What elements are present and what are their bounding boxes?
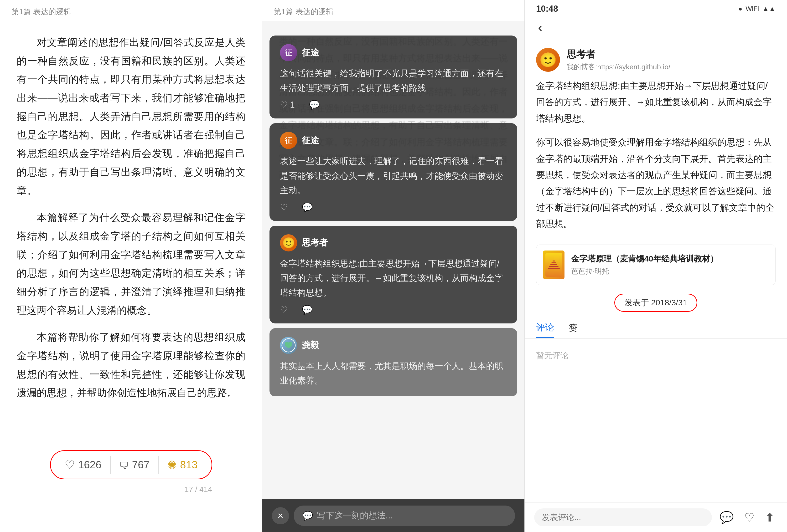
input-comment-icon: 💬: [302, 511, 313, 521]
comment-actions-2: ♡ 💬: [280, 202, 507, 213]
share-icon: [167, 458, 177, 471]
comment-text-1: 这句话很关键，给我指明了不光只是学习沟通方面，还有在生活处理琐事方面，提供了思考…: [280, 66, 507, 95]
like-action-icon[interactable]: ♡: [741, 511, 758, 524]
action-bar: 1626 767 813: [50, 450, 212, 479]
book-author-publisher: 芭芭拉·明托: [571, 266, 718, 276]
publish-date-badge: 发表于 2018/3/31: [614, 294, 698, 312]
comment-actions-1: ♡ 1 💬: [280, 100, 507, 110]
publish-date: 发表于 2018/3/31: [624, 298, 687, 307]
username-2: 征途: [302, 135, 319, 146]
comment-action-icon[interactable]: 💬: [717, 511, 737, 524]
middle-panel-header: 第1篇 表达的逻辑: [262, 0, 525, 21]
paragraph-3: 本篇将帮助你了解如何将要表达的思想组织成金字塔结构，说明了使用金字塔原理能够检查…: [17, 328, 246, 402]
avatar-2: 征: [280, 132, 297, 149]
avatar-1: 征: [280, 44, 297, 61]
no-comment: 暂无评论: [525, 339, 787, 373]
paragraph-1: 对文章阐述的思想作出疑问/回答式反应是人类的一种自然反应，没有国籍和民族的区别。…: [17, 33, 246, 200]
middle-bottom-bar: × 💬 写下这一刻的想法...: [262, 500, 525, 532]
status-time: 10:48: [536, 4, 558, 14]
battery-icon: ●: [738, 5, 742, 13]
author-blog: 我的博客:https://sykent.github.io/: [567, 62, 671, 72]
share-action-icon[interactable]: ⬆: [762, 511, 778, 524]
book-info: 金字塔原理（麦肯锡40年经典培训教材） 芭芭拉·明托: [571, 253, 718, 276]
comment-icon: [119, 458, 129, 471]
left-panel: 第1篇 表达的逻辑 对文章阐述的思想作出疑问/回答式反应是人类的一种自然反应，没…: [0, 0, 262, 532]
avatar-4: [280, 337, 297, 354]
pyramid-decoration: [546, 259, 561, 271]
back-button[interactable]: ‹: [533, 20, 547, 35]
heart-icon: [65, 458, 75, 471]
share-count: 813: [180, 459, 197, 471]
username-3: 思考者: [302, 237, 328, 249]
like-btn-3[interactable]: ♡: [280, 305, 288, 315]
panel-footer: 1626 767 813 17 / 414: [0, 450, 262, 494]
like-action[interactable]: 1626: [56, 456, 111, 474]
reply-icon-2: 💬: [302, 202, 313, 213]
author-name: 思考者: [567, 48, 671, 61]
left-panel-header: 第1篇 表达的逻辑: [0, 0, 262, 21]
wifi-icon: WiFi: [746, 5, 759, 13]
status-icons: ● WiFi ▲▲: [738, 5, 775, 13]
comment-text-2: 表述一些让大家听进去，理解了，记住的东西很难，看一看是否能够让受众心头一震，引起…: [280, 154, 507, 198]
comment-card-4: 龚毅 其实基本上人人都需要，尤其是职场的每一个人。基本的职业化素养。: [270, 328, 517, 396]
publish-date-area: 发表于 2018/3/31: [525, 290, 787, 315]
share-action[interactable]: 813: [158, 456, 206, 474]
heart-icon-3: ♡: [280, 305, 288, 315]
like-count-1: 1: [290, 100, 295, 110]
like-count: 1626: [78, 459, 102, 471]
reply-icon-3: 💬: [302, 305, 313, 315]
right-panel: 10:48 ● WiFi ▲▲ ‹ 🙂 思考者 我的博客:https://syk…: [525, 0, 787, 532]
comment-cards-container: 征 征途 这句话很关键，给我指明了不光只是学习沟通方面，还有在生活处理琐事方面，…: [262, 21, 525, 401]
signal-icon: ▲▲: [762, 5, 775, 13]
like-btn-2[interactable]: ♡: [280, 202, 288, 213]
close-button[interactable]: ×: [272, 507, 289, 524]
status-bar: 10:48 ● WiFi ▲▲: [525, 0, 787, 16]
comment-card-2: 征 征途 表述一些让大家听进去，理解了，记住的东西很难，看一看是否能够让受众心头…: [270, 123, 517, 221]
comment-input[interactable]: [534, 508, 712, 526]
reply-btn-1[interactable]: 💬: [309, 100, 320, 110]
article-text-2: 你可以很容易地使受众理解用金字塔结构组织的思想：先从金字塔的最顶端开始，沿各个分…: [536, 134, 775, 232]
book-cover: [543, 250, 565, 279]
comment-card-1: 征 征途 这句话很关键，给我指明了不光只是学习沟通方面，还有在生活处理琐事方面，…: [270, 36, 517, 118]
comment-action[interactable]: 767: [111, 456, 158, 474]
comment-header-3: 🙂 思考者: [280, 234, 507, 251]
book-title: 金字塔原理（麦肯锡40年经典培训教材）: [571, 253, 718, 265]
article-body: 金字塔结构组织思想:由主要思想开始→下层思想通过疑问/回答的方式，进行展开。→如…: [525, 78, 787, 240]
nav-bar: ‹: [525, 16, 787, 39]
close-icon: ×: [278, 510, 283, 522]
like-btn-1[interactable]: ♡ 1: [280, 100, 295, 110]
comment-header-2: 征 征途: [280, 132, 507, 149]
middle-panel: 第1篇 表达的逻辑 类的一种自然反应，没有国籍和民族的区别。人类还有一个共同的特…: [262, 0, 525, 532]
input-placeholder: 写下这一刻的想法...: [317, 510, 393, 522]
right-bottom-bar: 💬 ♡ ⬆: [525, 503, 787, 532]
comment-text-3: 金字塔结构组织思想:由主要思想开始→下层思想通过疑问/回答的方式，进行展开。→如…: [280, 256, 507, 300]
comment-header-4: 龚毅: [280, 337, 507, 354]
book-card[interactable]: 金字塔原理（麦肯锡40年经典培训教材） 芭芭拉·明托: [536, 245, 775, 285]
comment-input-area[interactable]: 💬 写下这一刻的想法...: [294, 506, 515, 526]
avatar-3: 🙂: [280, 234, 297, 251]
heart-icon-1: ♡: [280, 100, 288, 110]
reply-btn-2[interactable]: 💬: [302, 202, 313, 213]
author-info: 思考者 我的博客:https://sykent.github.io/: [567, 48, 671, 72]
comment-header-1: 征 征途: [280, 44, 507, 61]
right-content: 🙂 思考者 我的博客:https://sykent.github.io/ 金字塔…: [525, 39, 787, 503]
comment-actions-3: ♡ 💬: [280, 305, 507, 315]
comment-count: 767: [132, 459, 150, 471]
tab-likes[interactable]: 赞: [569, 322, 578, 338]
username-4: 龚毅: [302, 339, 319, 351]
comments-list: 类的一种自然反应，没有国籍和民族的区别。人类还有一个共同的特点，即只有用某种方式…: [262, 21, 525, 500]
tab-comments[interactable]: 评论: [536, 321, 554, 338]
author-section: 🙂 思考者 我的博客:https://sykent.github.io/: [525, 39, 787, 78]
comment-text-4: 其实基本上人人都需要，尤其是职场的每一个人。基本的职业化素养。: [280, 359, 507, 388]
author-avatar: 🙂: [536, 48, 560, 72]
article-text-1: 金字塔结构组织思想:由主要思想开始→下层思想通过疑问/回答的方式，进行展开。→如…: [536, 78, 775, 127]
heart-icon-2: ♡: [280, 202, 288, 213]
book-cover-inner: [546, 253, 562, 277]
paragraph-2: 本篇解释了为什么受众最容易理解和记住金字塔结构，以及组成金字塔的子结构之间如何互…: [17, 208, 246, 319]
reply-btn-3[interactable]: 💬: [302, 305, 313, 315]
tabs-area: 评论 赞: [525, 315, 787, 339]
username-1: 征途: [302, 47, 319, 59]
page-indicator: 17 / 414: [50, 485, 212, 494]
comment-card-3: 🙂 思考者 金字塔结构组织思想:由主要思想开始→下层思想通过疑问/回答的方式，进…: [270, 226, 517, 324]
reply-icon-1: 💬: [309, 100, 320, 110]
